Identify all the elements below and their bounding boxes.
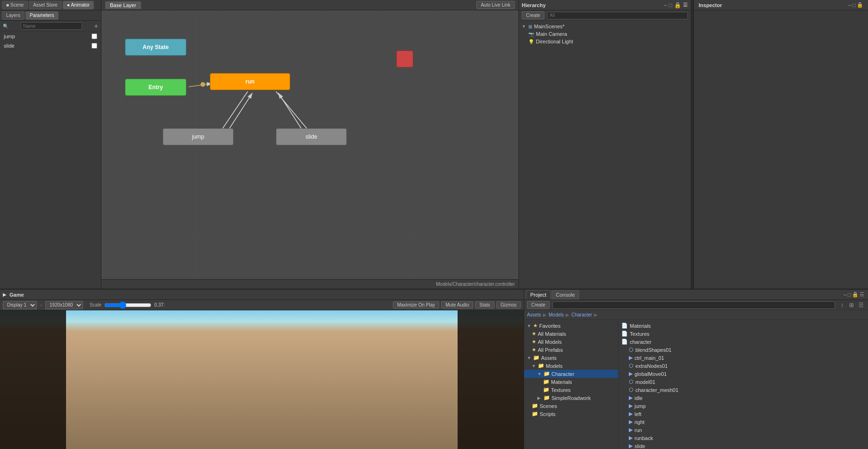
state-run[interactable]: run [210,73,290,90]
graph-canvas[interactable]: Any State Entry run jump slide [101,10,518,279]
file-item[interactable]: 📄Materials [618,322,868,330]
hierarchy-menu-icon: ☰ [683,2,688,8]
state-any-state[interactable]: Any State [125,39,186,56]
game-dark-left [0,310,66,449]
breadcrumb-assets[interactable]: Assets [527,312,541,317]
file-item[interactable]: ▶jump [618,402,868,410]
file-item[interactable]: ⬡blendShapes01 [618,346,868,354]
file-item[interactable]: ▶idle [618,394,868,402]
param-slide: slide [0,41,101,50]
hierarchy-maximize[interactable]: □ [669,2,672,8]
file-item[interactable]: ▶right [618,418,868,426]
file-item[interactable]: ▶slide [618,442,868,449]
param-slide-checkbox[interactable] [92,43,97,49]
tree-materials[interactable]: 📁 Materials [524,378,618,386]
tab-layers[interactable]: Layers [2,11,25,20]
file-name: left [634,411,642,417]
tree-all-models[interactable]: ★ All Models [524,338,618,346]
models-folder-icon: 📁 [538,363,544,369]
tab-project[interactable]: Project [526,290,551,299]
project-create-button[interactable]: Create [527,301,550,309]
animator-graph: Base Layer Auto Live Link [101,0,518,289]
file-item[interactable]: ▶left [618,410,868,418]
hierarchy-scene-item[interactable]: ▼ ⊞ MainScenes* [519,23,691,30]
scripts-folder-icon: 📁 [532,411,538,417]
gizmos-button[interactable]: Gizmos [496,301,521,308]
file-item[interactable]: ▶run [618,426,868,434]
tree-favorites[interactable]: ▼ ★ Favorites [524,322,618,330]
add-param-button[interactable]: + [94,23,98,29]
project-content: ▼ ★ Favorites ★ All Materials ★ All Mode… [524,320,868,449]
base-layer-tab[interactable]: Base Layer [105,1,141,9]
file-name: idle [634,395,643,401]
params-header: 🔍 + [0,21,101,32]
project-search-input[interactable] [552,301,835,309]
file-item[interactable]: ▶ctrl_main_01 [618,354,868,362]
state-jump[interactable]: jump [163,128,234,145]
tree-assets[interactable]: ▼ 📁 Assets [524,354,618,362]
file-item[interactable]: ▶globalMove01 [618,370,868,378]
param-jump-label: jump [4,33,15,39]
game-panel: ▶ Game Display 1 ÷ 1920x1080 Scale 0.37:… [0,290,524,449]
tab-console[interactable]: Console [551,290,579,299]
hierarchy-create-button[interactable]: Create [522,11,544,19]
state-red[interactable] [396,50,413,67]
file-item[interactable]: ⬡model01 [618,378,868,386]
file-item[interactable]: ⬡character_mesh01 [618,386,868,394]
tree-models[interactable]: ▼ 📁 Models [524,362,618,370]
hierarchy-content: ▼ ⊞ MainScenes* 📷 Main Camera 💡 Directio… [519,21,691,289]
hierarchy-search-input[interactable] [547,12,688,19]
display-select[interactable]: Display 1 [3,301,37,309]
state-slide[interactable]: slide [276,128,347,145]
scale-slider[interactable] [104,301,151,309]
file-item[interactable]: ▶runback [618,434,868,442]
project-icon-btn-1[interactable]: ↕ [838,301,846,309]
game-viewport [0,310,524,449]
hierarchy-lock[interactable]: 🔒 [674,2,681,8]
tree-all-prefabs[interactable]: ★ All Prefabs [524,346,618,354]
param-jump-checkbox[interactable] [92,33,97,39]
stats-button[interactable]: Stats [475,301,494,308]
file-name: slide [634,443,645,449]
breadcrumb-character[interactable]: Character [571,312,592,317]
maximize-on-play-button[interactable]: Maximize On Play [393,301,440,308]
hierarchy-panel: Hierarchy – □ 🔒 ☰ Create ▼ ⊞ MainScenes*… [518,0,691,289]
project-icon-btn-3[interactable]: ☰ [857,301,865,309]
inspector-minimize[interactable]: – [848,2,851,8]
file-item[interactable]: ⬡extraNodes01 [618,362,868,370]
mute-audio-button[interactable]: Mute Audio [441,301,473,308]
animator-tab-bar: ■ Scene Asset Store ● Animator [0,0,101,10]
camera-icon: 📷 [528,32,534,37]
resolution-select[interactable]: 1920x1080 [45,301,83,309]
file-item[interactable]: 📄character [618,338,868,346]
file-icon: ▶ [629,371,633,377]
inspector-maximize[interactable]: □ [852,2,856,8]
tree-all-materials[interactable]: ★ All Materials [524,330,618,338]
tree-character[interactable]: ▼ 📁 Character [524,370,618,378]
breadcrumb-models[interactable]: Models [549,312,564,317]
file-icon: ▶ [629,355,633,361]
tree-scripts[interactable]: 📁 Scripts [524,410,618,418]
project-icon-btn-2[interactable]: ⊞ [847,301,856,309]
tree-textures[interactable]: 📁 Textures [524,386,618,394]
tree-simple-roadwork[interactable]: ▶ 📁 SimpleRoadwork [524,394,618,402]
hierarchy-minimize[interactable]: – [664,2,667,8]
tab-asset-store[interactable]: Asset Store [29,1,62,9]
hierarchy-main-camera[interactable]: 📷 Main Camera [519,30,691,38]
file-name: runback [634,435,653,441]
tab-animator[interactable]: ● Animator [63,1,94,9]
tab-parameters[interactable]: Parameters [25,11,58,20]
game-panel-icon: ▶ [3,292,7,297]
file-item[interactable]: 📄Textures [618,330,868,338]
hierarchy-directional-light[interactable]: 💡 Directional Light [519,38,691,45]
project-minimize[interactable]: – [843,291,847,298]
auto-live-link-button[interactable]: Auto Live Link [476,1,515,9]
project-maximize[interactable]: □ [848,291,851,298]
state-entry[interactable]: Entry [125,79,186,96]
tree-scenes[interactable]: 📁 Scenes [524,402,618,410]
tab-scene[interactable]: ■ Scene [2,1,28,9]
game-actions: Maximize On Play Mute Audio Stats Gizmos [393,301,521,308]
file-icon: 📄 [621,331,628,337]
params-search-input[interactable] [21,22,82,30]
favorites-icon: ★ [533,323,538,329]
